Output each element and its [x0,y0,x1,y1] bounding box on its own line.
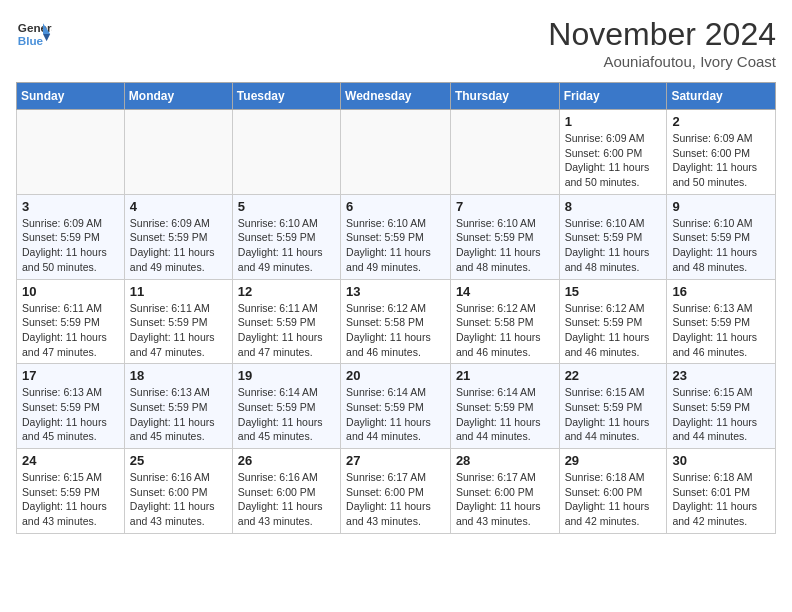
location-title: Aouniafoutou, Ivory Coast [548,53,776,70]
day-number: 21 [456,368,554,383]
weekday-header-friday: Friday [559,83,667,110]
calendar-cell [341,110,451,195]
calendar-cell: 22Sunrise: 6:15 AM Sunset: 5:59 PM Dayli… [559,364,667,449]
day-number: 23 [672,368,770,383]
calendar-cell: 21Sunrise: 6:14 AM Sunset: 5:59 PM Dayli… [450,364,559,449]
calendar-cell: 3Sunrise: 6:09 AM Sunset: 5:59 PM Daylig… [17,194,125,279]
weekday-header-monday: Monday [124,83,232,110]
calendar-header: SundayMondayTuesdayWednesdayThursdayFrid… [17,83,776,110]
day-info: Sunrise: 6:17 AM Sunset: 6:00 PM Dayligh… [346,470,445,529]
calendar-cell: 1Sunrise: 6:09 AM Sunset: 6:00 PM Daylig… [559,110,667,195]
day-number: 16 [672,284,770,299]
day-info: Sunrise: 6:14 AM Sunset: 5:59 PM Dayligh… [346,385,445,444]
day-info: Sunrise: 6:09 AM Sunset: 5:59 PM Dayligh… [130,216,227,275]
day-number: 27 [346,453,445,468]
day-number: 18 [130,368,227,383]
calendar-cell: 6Sunrise: 6:10 AM Sunset: 5:59 PM Daylig… [341,194,451,279]
calendar-cell [17,110,125,195]
logo: General Blue [16,16,52,52]
calendar-cell: 9Sunrise: 6:10 AM Sunset: 5:59 PM Daylig… [667,194,776,279]
day-number: 10 [22,284,119,299]
day-number: 4 [130,199,227,214]
calendar-cell: 18Sunrise: 6:13 AM Sunset: 5:59 PM Dayli… [124,364,232,449]
day-number: 2 [672,114,770,129]
day-info: Sunrise: 6:16 AM Sunset: 6:00 PM Dayligh… [130,470,227,529]
day-number: 22 [565,368,662,383]
calendar-cell: 13Sunrise: 6:12 AM Sunset: 5:58 PM Dayli… [341,279,451,364]
day-info: Sunrise: 6:10 AM Sunset: 5:59 PM Dayligh… [346,216,445,275]
day-info: Sunrise: 6:11 AM Sunset: 5:59 PM Dayligh… [238,301,335,360]
calendar-cell [450,110,559,195]
day-info: Sunrise: 6:09 AM Sunset: 6:00 PM Dayligh… [672,131,770,190]
day-number: 9 [672,199,770,214]
svg-marker-3 [43,34,50,41]
day-info: Sunrise: 6:16 AM Sunset: 6:00 PM Dayligh… [238,470,335,529]
calendar-cell: 12Sunrise: 6:11 AM Sunset: 5:59 PM Dayli… [232,279,340,364]
day-number: 17 [22,368,119,383]
day-info: Sunrise: 6:18 AM Sunset: 6:01 PM Dayligh… [672,470,770,529]
day-info: Sunrise: 6:17 AM Sunset: 6:00 PM Dayligh… [456,470,554,529]
calendar-cell: 11Sunrise: 6:11 AM Sunset: 5:59 PM Dayli… [124,279,232,364]
weekday-header-thursday: Thursday [450,83,559,110]
month-title: November 2024 [548,16,776,53]
calendar-cell: 19Sunrise: 6:14 AM Sunset: 5:59 PM Dayli… [232,364,340,449]
week-row-3: 10Sunrise: 6:11 AM Sunset: 5:59 PM Dayli… [17,279,776,364]
calendar-cell: 29Sunrise: 6:18 AM Sunset: 6:00 PM Dayli… [559,449,667,534]
week-row-2: 3Sunrise: 6:09 AM Sunset: 5:59 PM Daylig… [17,194,776,279]
day-info: Sunrise: 6:09 AM Sunset: 6:00 PM Dayligh… [565,131,662,190]
day-number: 13 [346,284,445,299]
day-number: 1 [565,114,662,129]
weekday-header-tuesday: Tuesday [232,83,340,110]
day-number: 29 [565,453,662,468]
calendar-cell: 17Sunrise: 6:13 AM Sunset: 5:59 PM Dayli… [17,364,125,449]
day-info: Sunrise: 6:12 AM Sunset: 5:58 PM Dayligh… [346,301,445,360]
day-info: Sunrise: 6:14 AM Sunset: 5:59 PM Dayligh… [456,385,554,444]
week-row-5: 24Sunrise: 6:15 AM Sunset: 5:59 PM Dayli… [17,449,776,534]
day-number: 15 [565,284,662,299]
day-info: Sunrise: 6:13 AM Sunset: 5:59 PM Dayligh… [22,385,119,444]
calendar: SundayMondayTuesdayWednesdayThursdayFrid… [16,82,776,534]
day-number: 7 [456,199,554,214]
day-number: 5 [238,199,335,214]
calendar-cell: 24Sunrise: 6:15 AM Sunset: 5:59 PM Dayli… [17,449,125,534]
day-number: 6 [346,199,445,214]
day-info: Sunrise: 6:12 AM Sunset: 5:58 PM Dayligh… [456,301,554,360]
calendar-cell [124,110,232,195]
header: General Blue November 2024 Aouniafoutou,… [16,16,776,70]
calendar-cell: 20Sunrise: 6:14 AM Sunset: 5:59 PM Dayli… [341,364,451,449]
day-number: 11 [130,284,227,299]
calendar-cell: 27Sunrise: 6:17 AM Sunset: 6:00 PM Dayli… [341,449,451,534]
day-info: Sunrise: 6:14 AM Sunset: 5:59 PM Dayligh… [238,385,335,444]
calendar-cell: 28Sunrise: 6:17 AM Sunset: 6:00 PM Dayli… [450,449,559,534]
calendar-cell: 14Sunrise: 6:12 AM Sunset: 5:58 PM Dayli… [450,279,559,364]
calendar-cell: 7Sunrise: 6:10 AM Sunset: 5:59 PM Daylig… [450,194,559,279]
calendar-cell: 30Sunrise: 6:18 AM Sunset: 6:01 PM Dayli… [667,449,776,534]
day-number: 12 [238,284,335,299]
day-number: 26 [238,453,335,468]
day-number: 19 [238,368,335,383]
day-number: 30 [672,453,770,468]
day-info: Sunrise: 6:10 AM Sunset: 5:59 PM Dayligh… [456,216,554,275]
calendar-cell: 25Sunrise: 6:16 AM Sunset: 6:00 PM Dayli… [124,449,232,534]
calendar-cell: 23Sunrise: 6:15 AM Sunset: 5:59 PM Dayli… [667,364,776,449]
day-number: 25 [130,453,227,468]
calendar-body: 1Sunrise: 6:09 AM Sunset: 6:00 PM Daylig… [17,110,776,534]
day-info: Sunrise: 6:11 AM Sunset: 5:59 PM Dayligh… [22,301,119,360]
title-area: November 2024 Aouniafoutou, Ivory Coast [548,16,776,70]
week-row-4: 17Sunrise: 6:13 AM Sunset: 5:59 PM Dayli… [17,364,776,449]
day-info: Sunrise: 6:15 AM Sunset: 5:59 PM Dayligh… [565,385,662,444]
day-info: Sunrise: 6:13 AM Sunset: 5:59 PM Dayligh… [130,385,227,444]
weekday-header-saturday: Saturday [667,83,776,110]
day-info: Sunrise: 6:12 AM Sunset: 5:59 PM Dayligh… [565,301,662,360]
calendar-cell: 10Sunrise: 6:11 AM Sunset: 5:59 PM Dayli… [17,279,125,364]
week-row-1: 1Sunrise: 6:09 AM Sunset: 6:00 PM Daylig… [17,110,776,195]
weekday-header-wednesday: Wednesday [341,83,451,110]
day-info: Sunrise: 6:09 AM Sunset: 5:59 PM Dayligh… [22,216,119,275]
day-info: Sunrise: 6:10 AM Sunset: 5:59 PM Dayligh… [565,216,662,275]
calendar-cell: 26Sunrise: 6:16 AM Sunset: 6:00 PM Dayli… [232,449,340,534]
calendar-cell: 16Sunrise: 6:13 AM Sunset: 5:59 PM Dayli… [667,279,776,364]
logo-icon: General Blue [16,16,52,52]
calendar-cell: 8Sunrise: 6:10 AM Sunset: 5:59 PM Daylig… [559,194,667,279]
day-number: 28 [456,453,554,468]
day-info: Sunrise: 6:10 AM Sunset: 5:59 PM Dayligh… [238,216,335,275]
